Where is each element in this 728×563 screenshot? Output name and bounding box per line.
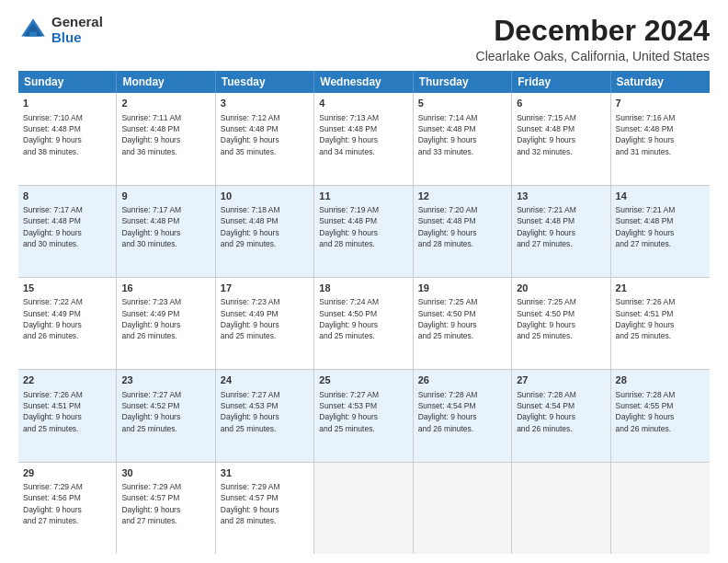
cell-w1-d2: 3Sunrise: 7:12 AM Sunset: 4:48 PM Daylig… (216, 93, 314, 184)
svg-rect-2 (29, 31, 37, 36)
day-info: Sunrise: 7:19 AM Sunset: 4:48 PM Dayligh… (319, 204, 407, 249)
title-block: December 2024 Clearlake Oaks, California… (476, 15, 710, 63)
day-number: 12 (418, 190, 506, 203)
day-info: Sunrise: 7:13 AM Sunset: 4:48 PM Dayligh… (319, 112, 407, 157)
day-info: Sunrise: 7:27 AM Sunset: 4:52 PM Dayligh… (121, 389, 210, 434)
header-sunday: Sunday (18, 71, 117, 93)
day-number: 5 (418, 97, 506, 110)
day-info: Sunrise: 7:29 AM Sunset: 4:56 PM Dayligh… (23, 481, 111, 526)
day-number: 15 (23, 282, 111, 295)
header-wednesday: Wednesday (314, 71, 413, 93)
day-number: 6 (517, 97, 605, 110)
cell-w2-d0: 8Sunrise: 7:17 AM Sunset: 4:48 PM Daylig… (18, 186, 117, 277)
day-number: 19 (418, 282, 506, 295)
day-number: 18 (319, 282, 407, 295)
header: General Blue December 2024 Clearlake Oak… (18, 15, 710, 63)
cell-w4-d4: 26Sunrise: 7:28 AM Sunset: 4:54 PM Dayli… (414, 370, 512, 461)
cell-w5-d4 (414, 463, 512, 554)
day-number: 27 (517, 373, 605, 387)
cell-w2-d2: 10Sunrise: 7:18 AM Sunset: 4:48 PM Dayli… (216, 186, 314, 277)
location: Clearlake Oaks, California, United State… (476, 49, 710, 63)
cell-w2-d4: 12Sunrise: 7:20 AM Sunset: 4:48 PM Dayli… (414, 186, 512, 277)
day-number: 31 (221, 466, 309, 480)
cell-w4-d6: 28Sunrise: 7:28 AM Sunset: 4:55 PM Dayli… (611, 370, 710, 461)
cell-w1-d0: 1Sunrise: 7:10 AM Sunset: 4:48 PM Daylig… (18, 93, 117, 184)
cell-w3-d0: 15Sunrise: 7:22 AM Sunset: 4:49 PM Dayli… (18, 278, 117, 369)
cell-w1-d6: 7Sunrise: 7:16 AM Sunset: 4:48 PM Daylig… (611, 93, 710, 184)
day-number: 17 (221, 282, 309, 295)
cell-w4-d3: 25Sunrise: 7:27 AM Sunset: 4:53 PM Dayli… (314, 370, 413, 461)
day-info: Sunrise: 7:28 AM Sunset: 4:54 PM Dayligh… (517, 389, 605, 434)
logo-blue-text: Blue (51, 30, 103, 46)
week-row-1: 1Sunrise: 7:10 AM Sunset: 4:48 PM Daylig… (18, 93, 710, 185)
day-number: 9 (121, 190, 210, 203)
day-info: Sunrise: 7:26 AM Sunset: 4:51 PM Dayligh… (23, 389, 111, 434)
day-info: Sunrise: 7:10 AM Sunset: 4:48 PM Dayligh… (23, 112, 111, 157)
day-number: 21 (616, 282, 705, 295)
day-info: Sunrise: 7:27 AM Sunset: 4:53 PM Dayligh… (221, 389, 309, 434)
cell-w5-d1: 30Sunrise: 7:29 AM Sunset: 4:57 PM Dayli… (117, 463, 215, 554)
day-info: Sunrise: 7:12 AM Sunset: 4:48 PM Dayligh… (221, 112, 309, 157)
day-info: Sunrise: 7:22 AM Sunset: 4:49 PM Dayligh… (23, 296, 111, 341)
day-number: 30 (121, 466, 210, 480)
cell-w4-d2: 24Sunrise: 7:27 AM Sunset: 4:53 PM Dayli… (216, 370, 314, 461)
day-number: 11 (319, 190, 407, 203)
day-info: Sunrise: 7:17 AM Sunset: 4:48 PM Dayligh… (121, 204, 210, 249)
day-number: 4 (319, 97, 407, 110)
cell-w5-d3 (314, 463, 413, 554)
calendar: Sunday Monday Tuesday Wednesday Thursday… (18, 71, 710, 554)
cell-w1-d5: 6Sunrise: 7:15 AM Sunset: 4:48 PM Daylig… (512, 93, 610, 184)
day-number: 26 (418, 373, 506, 387)
day-info: Sunrise: 7:25 AM Sunset: 4:50 PM Dayligh… (418, 296, 506, 341)
day-info: Sunrise: 7:16 AM Sunset: 4:48 PM Dayligh… (616, 112, 705, 157)
day-number: 10 (221, 190, 309, 203)
logo-icon (18, 16, 48, 45)
day-info: Sunrise: 7:29 AM Sunset: 4:57 PM Dayligh… (221, 481, 309, 526)
cell-w3-d1: 16Sunrise: 7:23 AM Sunset: 4:49 PM Dayli… (117, 278, 215, 369)
month-title: December 2024 (476, 15, 710, 47)
day-number: 14 (616, 190, 705, 203)
cell-w5-d2: 31Sunrise: 7:29 AM Sunset: 4:57 PM Dayli… (216, 463, 314, 554)
logo-general-text: General (51, 15, 103, 30)
day-info: Sunrise: 7:23 AM Sunset: 4:49 PM Dayligh… (121, 296, 210, 341)
header-thursday: Thursday (414, 71, 512, 93)
week-row-2: 8Sunrise: 7:17 AM Sunset: 4:48 PM Daylig… (18, 186, 710, 278)
week-row-3: 15Sunrise: 7:22 AM Sunset: 4:49 PM Dayli… (18, 278, 710, 370)
day-number: 22 (23, 373, 111, 387)
day-number: 1 (23, 97, 111, 110)
cell-w5-d0: 29Sunrise: 7:29 AM Sunset: 4:56 PM Dayli… (18, 463, 117, 554)
day-info: Sunrise: 7:21 AM Sunset: 4:48 PM Dayligh… (616, 204, 705, 249)
cell-w2-d3: 11Sunrise: 7:19 AM Sunset: 4:48 PM Dayli… (314, 186, 413, 277)
day-number: 2 (121, 97, 210, 110)
cell-w4-d1: 23Sunrise: 7:27 AM Sunset: 4:52 PM Dayli… (117, 370, 215, 461)
cell-w2-d5: 13Sunrise: 7:21 AM Sunset: 4:48 PM Dayli… (512, 186, 610, 277)
day-info: Sunrise: 7:11 AM Sunset: 4:48 PM Dayligh… (121, 112, 210, 157)
week-row-5: 29Sunrise: 7:29 AM Sunset: 4:56 PM Dayli… (18, 463, 710, 554)
header-saturday: Saturday (611, 71, 710, 93)
day-number: 29 (23, 466, 111, 480)
day-number: 20 (517, 282, 605, 295)
day-info: Sunrise: 7:29 AM Sunset: 4:57 PM Dayligh… (121, 481, 210, 526)
logo-text: General Blue (51, 15, 103, 45)
cell-w3-d2: 17Sunrise: 7:23 AM Sunset: 4:49 PM Dayli… (216, 278, 314, 369)
day-number: 3 (221, 97, 309, 110)
cell-w1-d1: 2Sunrise: 7:11 AM Sunset: 4:48 PM Daylig… (117, 93, 215, 184)
page: General Blue December 2024 Clearlake Oak… (0, 0, 728, 563)
logo: General Blue (18, 15, 103, 45)
day-number: 13 (517, 190, 605, 203)
calendar-header: Sunday Monday Tuesday Wednesday Thursday… (18, 71, 710, 93)
header-friday: Friday (512, 71, 610, 93)
day-info: Sunrise: 7:26 AM Sunset: 4:51 PM Dayligh… (616, 296, 705, 341)
day-number: 16 (121, 282, 210, 295)
cell-w3-d5: 20Sunrise: 7:25 AM Sunset: 4:50 PM Dayli… (512, 278, 610, 369)
day-info: Sunrise: 7:25 AM Sunset: 4:50 PM Dayligh… (517, 296, 605, 341)
day-info: Sunrise: 7:17 AM Sunset: 4:48 PM Dayligh… (23, 204, 111, 249)
day-info: Sunrise: 7:21 AM Sunset: 4:48 PM Dayligh… (517, 204, 605, 249)
day-number: 25 (319, 373, 407, 387)
cell-w5-d5 (512, 463, 610, 554)
calendar-body: 1Sunrise: 7:10 AM Sunset: 4:48 PM Daylig… (18, 93, 710, 554)
day-info: Sunrise: 7:18 AM Sunset: 4:48 PM Dayligh… (221, 204, 309, 249)
day-info: Sunrise: 7:15 AM Sunset: 4:48 PM Dayligh… (517, 112, 605, 157)
day-info: Sunrise: 7:23 AM Sunset: 4:49 PM Dayligh… (221, 296, 309, 341)
cell-w2-d1: 9Sunrise: 7:17 AM Sunset: 4:48 PM Daylig… (117, 186, 215, 277)
